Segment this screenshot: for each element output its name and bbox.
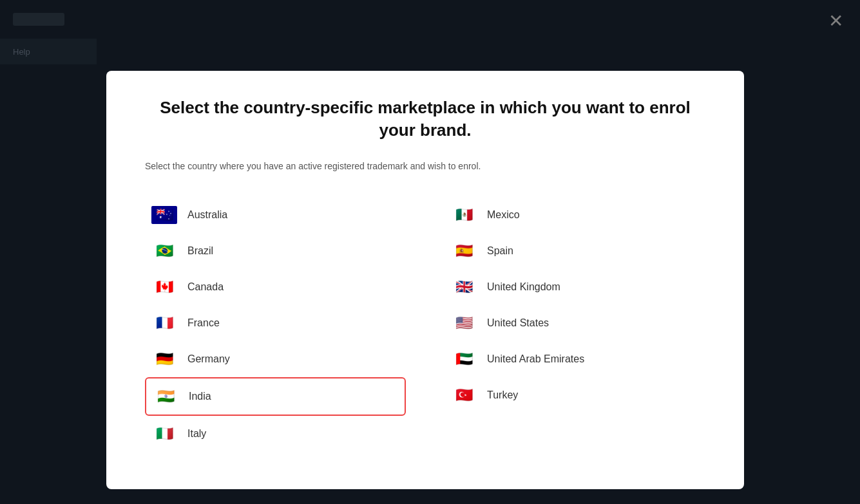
countries-right-column: Mexico Spain United Kingdom United State… — [444, 197, 705, 452]
country-name-ca: Canada — [187, 281, 224, 293]
country-item-ca[interactable]: Canada — [145, 269, 406, 305]
country-item-ae[interactable]: United Arab Emirates — [444, 341, 705, 377]
modal-scroll-area[interactable]: Select the country-specific marketplace … — [106, 71, 744, 489]
country-item-es[interactable]: Spain — [444, 233, 705, 269]
countries-grid: Australia Brazil Canada France Germany — [145, 197, 705, 452]
country-item-it[interactable]: Italy — [145, 416, 406, 452]
country-name-es: Spain — [487, 245, 513, 257]
flag-italy — [151, 425, 177, 443]
country-name-de: Germany — [187, 353, 230, 365]
flag-united-kingdom — [451, 278, 477, 296]
flag-brazil — [151, 242, 177, 260]
modal-title: Select the country-specific marketplace … — [145, 97, 705, 142]
country-item-gb[interactable]: United Kingdom — [444, 269, 705, 305]
country-name-mx: Mexico — [487, 209, 520, 221]
country-item-au[interactable]: Australia — [145, 197, 406, 233]
country-item-tr[interactable]: Turkey — [444, 377, 705, 413]
country-select-modal: Select the country-specific marketplace … — [106, 71, 744, 489]
flag-spain — [451, 242, 477, 260]
flag-turkey — [451, 386, 477, 404]
country-name-it: Italy — [187, 428, 206, 440]
country-name-ae: United Arab Emirates — [487, 353, 584, 365]
country-item-de[interactable]: Germany — [145, 341, 406, 377]
flag-australia — [151, 206, 177, 224]
country-name-au: Australia — [187, 209, 227, 221]
flag-united-states — [451, 314, 477, 332]
country-item-mx[interactable]: Mexico — [444, 197, 705, 233]
flag-france — [151, 314, 177, 332]
flag-germany — [151, 350, 177, 368]
flag-mexico — [451, 206, 477, 224]
flag-canada — [151, 278, 177, 296]
flag-uae — [451, 350, 477, 368]
country-name-tr: Turkey — [487, 389, 518, 401]
flag-india — [153, 387, 178, 406]
country-name-gb: United Kingdom — [487, 281, 560, 293]
modal-subtitle: Select the country where you have an act… — [145, 161, 705, 171]
country-item-br[interactable]: Brazil — [145, 233, 406, 269]
countries-left-column: Australia Brazil Canada France Germany — [145, 197, 406, 452]
country-name-in: India — [189, 391, 211, 402]
country-name-br: Brazil — [187, 245, 213, 257]
country-name-us: United States — [487, 317, 549, 329]
country-item-in[interactable]: India — [145, 377, 406, 416]
country-item-us[interactable]: United States — [444, 305, 705, 341]
country-name-fr: France — [187, 317, 220, 329]
country-item-fr[interactable]: France — [145, 305, 406, 341]
